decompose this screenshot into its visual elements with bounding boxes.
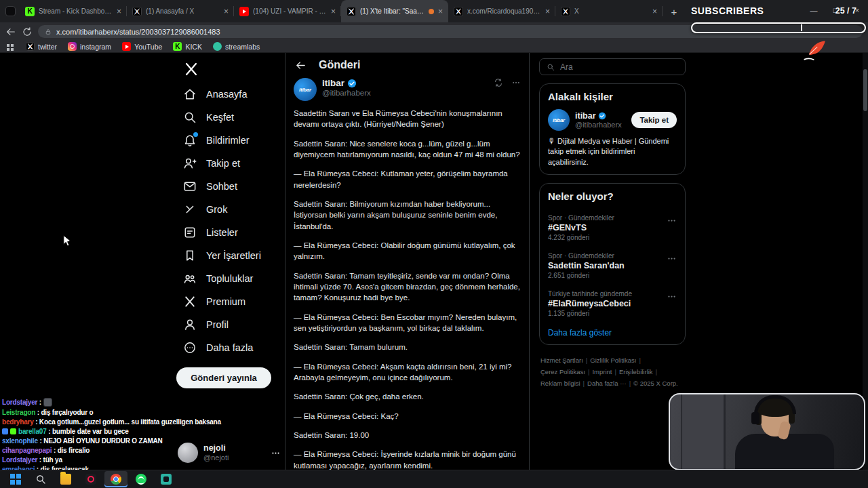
bell-icon [183,134,197,147]
trend-more-icon[interactable] [667,216,677,226]
chat-message: bedryharyKoca gotlum...guzel gotlum... s… [2,418,233,426]
sidebar-nav-item[interactable]: Grok [175,198,280,221]
trend-item[interactable]: Spor · Gündemdekiler #GENvTS 4.232 gönde… [548,209,677,247]
opera-gx-icon [85,474,96,485]
trend-list: Spor · Gündemdekiler #GENvTS 4.232 gönde… [548,209,677,323]
browser-tab[interactable]: X × [555,0,663,22]
tab-notification-dot [429,9,434,14]
sidebar-nav-item[interactable]: Topluluklar [175,267,280,290]
chat-username: sxlenophile [2,437,43,445]
x-icon [26,42,35,51]
trend-more-icon[interactable] [667,253,677,264]
tab-close-icon[interactable]: × [331,7,336,16]
sidebar-nav-item[interactable]: Yer İşaretleri [175,244,280,267]
tab-close-icon[interactable]: × [545,7,550,16]
youtube-icon [239,7,249,16]
footer-links: Hizmet Şartları Gizlilik Politikası Çere… [539,354,686,389]
tab-close-icon[interactable]: × [224,7,229,16]
bookmark-item[interactable]: streamlabs [213,42,260,51]
screen: Stream - Kick Dashboard × (1) Anasayfa /… [0,0,868,488]
verified-badge-icon [347,79,357,88]
bookmark-label: instagram [80,43,111,51]
bookmark-item[interactable]: instagram [68,42,111,51]
trend-more-icon[interactable] [667,291,677,302]
bookmark-list: twitter instagram YouTube KICK [26,42,260,51]
sidebar-nav: Anasayfa Keşfet Bildirimler Taki [175,83,280,359]
x-logo-icon[interactable] [183,61,199,77]
post-button[interactable]: Gönderi yayınla [176,367,271,388]
refresh-icon[interactable] [22,26,33,37]
back-arrow-icon[interactable] [295,60,307,71]
taskbar-item[interactable] [54,471,77,487]
post-author-row: itibar itibar @itibarhaberx [294,78,521,101]
footer-link[interactable]: Erişilebilirlik [619,366,660,378]
browser-tab[interactable]: Stream - Kick Dashboard × [20,0,127,22]
sidebar-nav-item[interactable]: Sohbet [175,175,280,198]
author-name[interactable]: itibar [322,78,344,88]
tab-list: Stream - Kick Dashboard × (1) Anasayfa /… [20,0,663,22]
trend-category: Spor · Gündemdekiler [548,214,677,222]
footer-link[interactable]: © 2025 X Corp. [633,378,678,389]
footer-link[interactable]: Daha fazla ··· [587,378,633,389]
bookmark-item[interactable]: YouTube [122,42,162,51]
trend-item[interactable]: Spor · Gündemdekiler Sadettin Saran'dan … [548,247,677,285]
apps-grid-icon[interactable] [7,44,9,47]
bookmark-item[interactable]: twitter [26,42,57,51]
account-more-icon[interactable] [271,448,281,458]
right-rail: Alakalı kişiler itibar itibar @itibarhab… [539,53,686,470]
sidebar-nav-item[interactable]: Profil [175,313,280,336]
sidebar-nav-item[interactable]: Premium [175,290,280,313]
tab-close-icon[interactable]: × [652,7,657,16]
post-paragraph: Sadettin Saran: Bilmiyorum kızımdan habe… [294,199,521,232]
footer-link[interactable]: Hizmet Şartları [540,354,590,366]
taskbar-item[interactable] [4,471,27,487]
browser-tab[interactable]: (104) UZI - VAMPIR - YouTube × [234,0,341,22]
taskbar-item[interactable] [155,471,178,487]
footer-link[interactable]: Gizlilik Politikası [590,354,644,366]
footer-link[interactable]: Çerez Politikası [540,366,592,378]
browser-tab[interactable]: (1) Anasayfa / X × [127,0,234,22]
browser-logo-icon[interactable] [5,6,16,16]
back-icon[interactable] [5,26,16,37]
post-paragraph: Saadettin Saran ve Ela Rümeysa Cebeci'ni… [294,108,521,130]
chat-username: Lordstajyer [2,399,43,406]
post-more-icon[interactable] [511,78,521,87]
grok-actions-icon[interactable] [494,78,503,87]
subs-progress-tick [801,24,802,31]
taskbar-item[interactable] [79,471,102,487]
search-input[interactable] [560,62,678,72]
footer-link[interactable]: Imprint [592,366,619,378]
sidebar-nav-item[interactable]: Anasayfa [175,83,280,106]
related-user-name[interactable]: itibar [575,111,596,121]
footer-link[interactable]: Reklam bilgisi [540,378,587,389]
search-box[interactable] [539,58,686,75]
follow-button[interactable]: Takip et [631,112,677,128]
home-icon [183,87,197,101]
post-header: Gönderi [285,53,529,75]
taskbar-item[interactable] [130,471,153,487]
post-paragraph: Sadettin Saran: Çok geç, daha erken. [294,391,521,402]
sidebar-nav-item[interactable]: Takip et [175,152,280,175]
scrollbar-thumb[interactable] [863,69,867,111]
post-paragraph: Sadettin Saran: Nice senelere koca g...l… [294,138,521,161]
related-user-row[interactable]: itibar itibar @itibarhaberx Takip et [548,109,677,131]
sidebar-nav-item[interactable]: Bildirimler [175,129,280,152]
browser-tab[interactable]: (1) X'te İtibar: "Saadettin Saran × [341,0,448,22]
taskbar-item[interactable] [104,471,127,487]
show-more-link[interactable]: Daha fazla göster [548,328,677,338]
sidebar-nav-item[interactable]: Daha fazla [175,336,280,359]
tab-close-icon[interactable]: × [438,7,443,16]
sidebar-item-label: Sohbet [206,181,237,192]
trends-title: Neler oluyor? [548,190,677,202]
avatar[interactable]: itibar [294,78,317,101]
sidebar-item-label: Takip et [206,158,240,169]
verified-badge-icon [598,112,606,120]
browser-tab[interactable]: x.com/Ricardoqua1903/status/ × [448,0,555,22]
bookmark-item[interactable]: KICK [173,42,202,51]
sidebar-nav-item[interactable]: Keşfet [175,106,280,129]
taskbar-item[interactable] [29,471,52,487]
trend-item[interactable]: Türkiye tarihinde gündemde #ElaRümeysaCe… [548,285,677,323]
sidebar-nav-item[interactable]: Listeler [175,221,280,244]
new-tab-button[interactable]: + [665,3,683,20]
tab-close-icon[interactable]: × [117,7,121,16]
